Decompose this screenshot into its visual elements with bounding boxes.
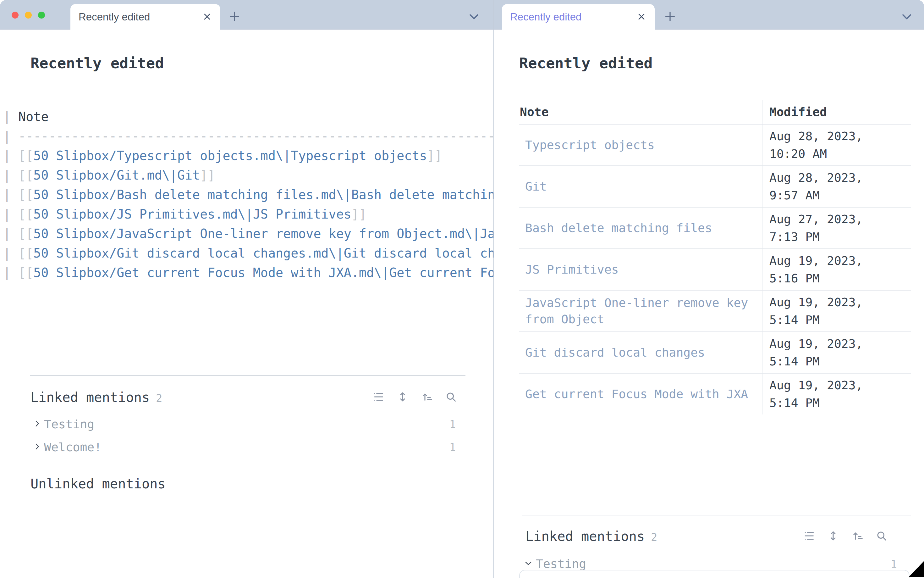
note-link[interactable]: JavaScript One-liner remove key from Obj… (519, 290, 762, 332)
table-row: JavaScript One-liner remove key from Obj… (519, 290, 911, 332)
close-tab-icon[interactable] (202, 11, 212, 23)
modified-date: Aug 19, 2023, 5:16 PM (762, 249, 911, 290)
search-icon[interactable] (445, 391, 457, 404)
modified-date: Aug 19, 2023, 5:14 PM (762, 332, 911, 373)
modified-date: Aug 19, 2023, 5:14 PM (762, 290, 911, 332)
backlinks-divider (522, 515, 911, 515)
wikilink[interactable]: 50 Slipbox/JavaScript One-liner remove k… (33, 226, 494, 241)
editor-line-wikilink[interactable]: | [[50 Slipbox/Bash delete matching file… (3, 185, 494, 205)
tabbar-left: Recently edited (0, 0, 494, 29)
editor-line-wikilink[interactable]: | [[50 Slipbox/Get current Focus Mode wi… (3, 263, 494, 283)
tab-list-chevron-down-icon[interactable] (467, 10, 481, 24)
wikilink[interactable]: 50 Slipbox/Bash delete matching files.md… (33, 187, 494, 202)
table-row: Typescript objects Aug 28, 2023, 10:20 A… (519, 124, 911, 166)
note-link[interactable]: Get current Focus Mode with JXA (519, 373, 762, 414)
zoom-window-button[interactable] (38, 11, 45, 19)
tab-list-chevron-down-icon[interactable] (900, 10, 914, 24)
note-title: Recently edited (31, 54, 164, 73)
note-link[interactable]: Git (519, 166, 762, 207)
search-icon[interactable] (876, 530, 887, 543)
linked-mentions-count: 2 (651, 531, 657, 544)
chevron-down-icon[interactable] (524, 559, 532, 568)
pane-preview: Recently edited Recently edited Note Mod… (494, 0, 924, 578)
expand-collapse-icon[interactable] (827, 530, 839, 543)
modified-date: Aug 19, 2023, 5:14 PM (762, 373, 911, 414)
wikilink[interactable]: 50 Slipbox/Git.md\|Git (33, 168, 200, 182)
column-header-note: Note (519, 100, 762, 124)
backlinks-toolbar (803, 530, 887, 543)
linked-mentions-heading: Linked mentions2 (526, 529, 657, 544)
tab-title: Recently edited (79, 4, 150, 29)
editor-line-wikilink[interactable]: | [[50 Slipbox/JavaScript One-liner remo… (3, 224, 494, 244)
table-row: JS Primitives Aug 19, 2023, 5:16 PM (519, 249, 911, 290)
linked-mentions-count: 2 (156, 392, 162, 404)
table-header-row: Note Modified (519, 100, 911, 124)
modified-date: Aug 28, 2023, 10:20 AM (762, 124, 911, 166)
close-tab-icon[interactable] (636, 11, 646, 23)
backlink-item-count: 1 (450, 418, 456, 431)
backlinks-divider (30, 375, 466, 376)
mouse-cursor (909, 561, 924, 578)
sort-order-icon[interactable] (852, 530, 863, 543)
note-link[interactable]: JS Primitives (519, 249, 762, 290)
backlink-item-welcome[interactable]: Welcome! (44, 440, 102, 455)
table-row: Get current Focus Mode with JXA Aug 19, … (519, 373, 911, 414)
pane-editor: Recently edited Recently edited | Note |… (0, 0, 494, 578)
tab-title: Recently edited (510, 4, 581, 29)
editor-line-table-header[interactable]: | Note (3, 107, 49, 127)
editor-line-wikilink[interactable]: | [[50 Slipbox/Git discard local changes… (3, 244, 494, 263)
unlinked-mentions-heading: Unlinked mentions (31, 477, 166, 491)
new-tab-icon[interactable] (664, 10, 676, 24)
linked-mentions-heading: Linked mentions2 (31, 390, 162, 405)
backlink-item-count: 1 (450, 441, 456, 454)
backlink-result-card[interactable] (519, 570, 909, 578)
editor-line-wikilink[interactable]: | [[50 Slipbox/JS Primitives.md\|JS Prim… (3, 205, 366, 224)
obsidian-window: Recently edited Recently edited | Note |… (0, 0, 924, 578)
editor-line-table-separator[interactable]: | --------------------------------------… (3, 127, 494, 146)
note-link[interactable]: Git discard local changes (519, 332, 762, 373)
modified-date: Aug 28, 2023, 9:57 AM (762, 166, 911, 207)
modified-date: Aug 27, 2023, 7:13 PM (762, 207, 911, 249)
chevron-right-icon[interactable] (33, 419, 41, 429)
close-window-button[interactable] (11, 11, 19, 19)
wikilink[interactable]: 50 Slipbox/JS Primitives.md\|JS Primitiv… (33, 207, 351, 221)
table-row: Bash delete matching files Aug 27, 2023,… (519, 207, 911, 249)
sort-order-icon[interactable] (421, 391, 432, 404)
backlink-item-testing[interactable]: Testing (44, 417, 94, 432)
tab-recently-edited-right[interactable]: Recently edited (502, 4, 655, 29)
tab-recently-edited-left[interactable]: Recently edited (70, 4, 220, 29)
bullet-list-icon[interactable] (373, 391, 384, 404)
new-tab-icon[interactable] (228, 10, 241, 24)
note-title: Recently edited (519, 54, 652, 73)
tabbar-right: Recently edited (494, 0, 924, 29)
table-row: Git Aug 28, 2023, 9:57 AM (519, 166, 911, 207)
table-row: Git discard local changes Aug 19, 2023, … (519, 332, 911, 373)
expand-collapse-icon[interactable] (397, 391, 408, 404)
recently-edited-table: Note Modified Typescript objects Aug 28,… (519, 100, 911, 414)
pane-resize-handle[interactable] (494, 0, 494, 578)
backlink-item-testing[interactable]: Testing (536, 557, 586, 571)
wikilink[interactable]: 50 Slipbox/Typescript objects.md\|Typesc… (33, 148, 427, 163)
chevron-right-icon[interactable] (33, 442, 41, 452)
column-header-modified: Modified (762, 100, 911, 124)
backlinks-toolbar (373, 391, 457, 404)
editor-line-wikilink[interactable]: | [[50 Slipbox/Git.md\|Git]] (3, 166, 215, 185)
bullet-list-icon[interactable] (803, 530, 815, 543)
editor-line-wikilink[interactable]: | [[50 Slipbox/Typescript objects.md\|Ty… (3, 146, 442, 166)
note-link[interactable]: Bash delete matching files (519, 207, 762, 249)
backlink-item-count: 1 (891, 558, 897, 570)
minimize-window-button[interactable] (25, 11, 32, 19)
wikilink[interactable]: 50 Slipbox/Git discard local changes.md\… (33, 246, 494, 260)
wikilink[interactable]: 50 Slipbox/Get current Focus Mode with J… (33, 265, 494, 280)
note-link[interactable]: Typescript objects (519, 124, 762, 166)
